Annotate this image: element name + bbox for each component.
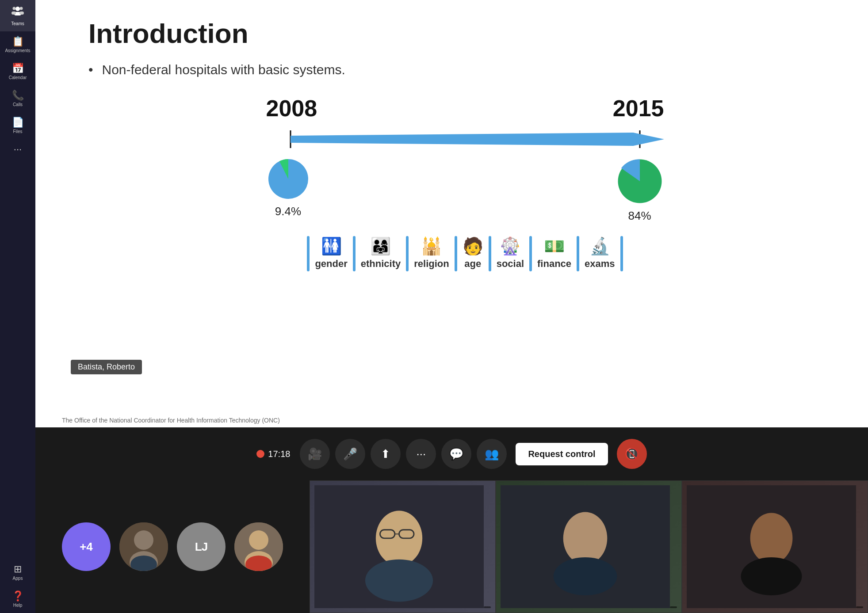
end-call-icon: 📵	[625, 447, 639, 461]
sidebar-item-teams-label: Teams	[11, 21, 24, 26]
svg-point-2	[13, 7, 16, 10]
svg-point-1	[20, 7, 23, 10]
finance-label: finance	[537, 258, 571, 270]
video-strip: +4 LJ	[35, 480, 868, 613]
svg-rect-4	[19, 11, 24, 15]
video-face-2-svg	[501, 485, 670, 608]
teams-icon	[11, 5, 24, 19]
finance-icon: 💵	[544, 238, 565, 255]
pie-right-label: 84%	[628, 209, 651, 223]
camera-icon: 🎥	[308, 447, 322, 461]
sidebar-item-calls[interactable]: 📞 Calls	[0, 85, 35, 112]
participants-button[interactable]: 👥	[477, 439, 507, 469]
year-left: 2008	[266, 95, 317, 122]
video-panel-2-name	[670, 606, 677, 608]
svg-point-0	[15, 7, 20, 11]
sidebar-item-files-label: Files	[13, 129, 22, 134]
cat-bar-7	[620, 236, 623, 271]
social-label: social	[497, 258, 524, 270]
mute-icon: 🎤	[343, 447, 357, 461]
sidebar-item-files[interactable]: 📄 Files	[0, 112, 35, 139]
religion-icon: 🕌	[421, 238, 442, 255]
camera-button[interactable]: 🎥	[300, 439, 330, 469]
presenter-label: Batista, Roberto	[71, 360, 142, 374]
assignments-icon: 📋	[12, 37, 24, 46]
svg-point-12	[134, 530, 153, 550]
chat-button[interactable]: 💬	[441, 439, 471, 469]
svg-point-29	[750, 513, 793, 564]
recording-indicator: 17:18	[256, 449, 290, 459]
sidebar-item-assignments-label: Assignments	[5, 48, 30, 53]
slide-bullet: • Non-federal hospitals with basic syste…	[88, 62, 841, 77]
main-content: Introduction • Non-federal hospitals wit…	[35, 0, 868, 613]
more-options-button[interactable]: ···	[406, 439, 436, 469]
sidebar: Teams 📋 Assignments 📅 Calendar 📞 Calls 📄…	[0, 0, 35, 613]
category-ethnicity: 👨‍👩‍👧 ethnicity	[356, 238, 406, 270]
sidebar-item-assignments[interactable]: 📋 Assignments	[0, 31, 35, 58]
category-social: 🎡 social	[491, 238, 529, 270]
svg-point-27	[554, 557, 617, 595]
end-call-button[interactable]: 📵	[617, 439, 647, 469]
slide-footer: The Office of the National Coordinator f…	[35, 413, 868, 427]
sidebar-item-help[interactable]: ❓ Help	[0, 586, 35, 613]
exams-icon: 🔬	[589, 238, 610, 255]
participant-avatar-1	[119, 522, 168, 571]
pie-chart-left: 9.4%	[266, 157, 310, 218]
request-control-button[interactable]: Request control	[516, 443, 608, 465]
mute-button[interactable]: 🎤	[335, 439, 365, 469]
video-participants	[310, 480, 868, 613]
category-age: 🧑 age	[457, 238, 489, 270]
category-gender: 🚻 gender	[310, 238, 352, 270]
video-panel-3	[682, 480, 868, 613]
timeline-arrow	[266, 126, 664, 152]
social-icon: 🎡	[500, 238, 520, 255]
sidebar-item-calendar[interactable]: 📅 Calendar	[0, 58, 35, 85]
timeline-section: 2008 2015	[88, 95, 841, 271]
apps-icon: ⊞	[14, 564, 22, 574]
avatar-1-photo	[119, 522, 168, 571]
extra-participants-avatar[interactable]: +4	[62, 522, 111, 571]
svg-point-16	[249, 530, 268, 550]
category-religion: 🕌 religion	[409, 238, 454, 270]
slide-title: Introduction	[88, 18, 841, 49]
slide-bullet-text: Non-federal hospitals with basic systems…	[102, 62, 345, 77]
sidebar-item-apps[interactable]: ⊞ Apps	[0, 559, 35, 586]
category-exams: 🔬 exams	[579, 238, 620, 270]
age-label: age	[464, 258, 481, 270]
sidebar-item-more[interactable]: ···	[0, 139, 35, 160]
gender-label: gender	[315, 258, 347, 270]
ethnicity-label: ethnicity	[361, 258, 401, 270]
gender-icon: 🚻	[321, 238, 342, 255]
more-options-icon: ···	[417, 447, 426, 461]
sidebar-item-teams[interactable]: Teams	[0, 0, 35, 31]
svg-point-24	[365, 560, 433, 602]
svg-marker-8	[291, 133, 664, 146]
rec-dot	[256, 450, 264, 458]
pie-charts-row: 9.4% 84%	[266, 157, 664, 223]
svg-point-26	[563, 512, 608, 564]
svg-rect-5	[11, 11, 16, 15]
participant-avatar-2	[234, 522, 283, 571]
help-icon: ❓	[12, 591, 24, 601]
calls-icon: 📞	[12, 91, 24, 100]
categories-row: 🚻 gender 👨‍👩‍👧 ethnicity 🕌 religion	[266, 236, 664, 271]
share-icon: ⬆	[381, 447, 390, 461]
pie-left-label: 9.4%	[275, 205, 301, 218]
participants-icon: 👥	[485, 447, 499, 461]
age-icon: 🧑	[463, 238, 483, 255]
video-panel-1	[310, 480, 496, 613]
share-button[interactable]: ⬆	[371, 439, 401, 469]
bullet-icon: •	[88, 62, 93, 77]
participant-avatar-lj: LJ	[177, 522, 226, 571]
extra-count: +4	[80, 540, 93, 554]
ethnicity-icon: 👨‍👩‍👧	[370, 238, 391, 255]
sidebar-item-calendar-label: Calendar	[9, 75, 27, 80]
sidebar-item-apps-label: Apps	[13, 576, 23, 581]
controls-bar: 17:18 🎥 🎤 ⬆ ··· 💬 👥 Request control 📵	[35, 427, 868, 480]
video-panel-2	[496, 480, 682, 613]
presentation-area: Introduction • Non-federal hospitals wit…	[35, 0, 868, 427]
pie-chart-right: 84%	[616, 157, 664, 223]
avatar-2-photo	[234, 522, 283, 571]
sidebar-item-calls-label: Calls	[13, 102, 23, 107]
more-icon: ···	[14, 145, 22, 154]
